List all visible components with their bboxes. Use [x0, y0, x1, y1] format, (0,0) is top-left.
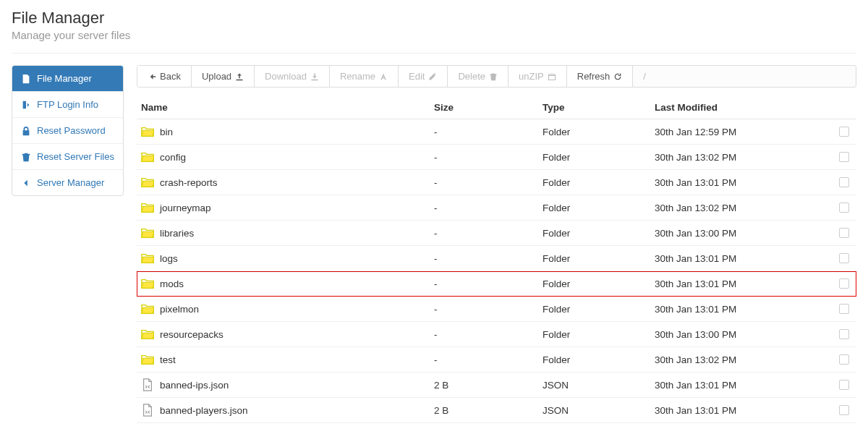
- sidebar-item-reset-server-files[interactable]: Reset Server Files: [12, 144, 123, 170]
- th-type: Type: [538, 96, 650, 119]
- table-row[interactable]: test-Folder30th Jan 13:02 PM: [137, 347, 856, 373]
- edit-button[interactable]: Edit: [399, 66, 448, 87]
- delete-button[interactable]: Delete: [448, 66, 509, 87]
- file-type: Folder: [538, 347, 650, 373]
- file-name: banned-ips.json: [160, 380, 229, 391]
- sidebar-item-ftp-login-info[interactable]: FTP Login Info: [12, 92, 123, 118]
- file-modified: 30th Jan 12:59 PM: [650, 119, 835, 145]
- breadcrumb: /: [633, 66, 656, 87]
- file-table: Name Size Type Last Modified bin-Folder3…: [137, 96, 856, 423]
- file-type: Folder: [538, 119, 650, 145]
- select-checkbox[interactable]: [839, 253, 849, 263]
- table-row[interactable]: bin-Folder30th Jan 12:59 PM: [137, 119, 856, 145]
- lock-icon: [21, 126, 31, 136]
- table-row[interactable]: journeymap-Folder30th Jan 13:02 PM: [137, 195, 856, 221]
- select-checkbox[interactable]: [839, 177, 849, 187]
- table-row[interactable]: config-Folder30th Jan 13:02 PM: [137, 145, 856, 170]
- sidebar-item-file-manager[interactable]: File Manager: [12, 66, 123, 92]
- sidebar-item-label: Reset Server Files: [37, 151, 114, 162]
- sidebar-item-label: Reset Password: [37, 125, 106, 136]
- refresh-icon: [613, 72, 622, 81]
- file-modified: 30th Jan 13:02 PM: [650, 145, 835, 170]
- table-row[interactable]: mods-Folder30th Jan 13:01 PM: [137, 271, 856, 297]
- folder-icon: [141, 302, 154, 315]
- table-row[interactable]: banned-players.json2 BJSON30th Jan 13:01…: [137, 398, 856, 423]
- file-name: journeymap: [160, 203, 211, 213]
- sidebar-item-label: FTP Login Info: [37, 99, 98, 110]
- th-size: Size: [430, 96, 538, 119]
- folder-icon: [141, 328, 154, 341]
- file-modified: 30th Jan 13:00 PM: [650, 221, 835, 246]
- table-row[interactable]: pixelmon-Folder30th Jan 13:01 PM: [137, 297, 856, 322]
- table-row[interactable]: banned-ips.json2 BJSON30th Jan 13:01 PM: [137, 373, 856, 398]
- refresh-button[interactable]: Refresh: [567, 66, 634, 87]
- upload-button[interactable]: Upload: [192, 66, 255, 87]
- folder-icon: [141, 201, 154, 214]
- file-size: -: [430, 195, 538, 221]
- file-icon: [21, 74, 31, 84]
- file-name: banned-players.json: [160, 405, 248, 416]
- select-checkbox[interactable]: [839, 354, 849, 365]
- file-modified: 30th Jan 13:02 PM: [650, 347, 835, 373]
- file-size: 2 B: [430, 373, 538, 398]
- sidebar: File ManagerFTP Login InfoReset Password…: [12, 65, 124, 423]
- sidebar-item-label: File Manager: [37, 73, 92, 84]
- delete-label: Delete: [458, 71, 485, 82]
- file-type: Folder: [538, 271, 650, 297]
- file-size: 2 B: [430, 398, 538, 423]
- page-title: File Manager: [12, 9, 856, 27]
- file-name: resourcepacks: [160, 329, 224, 340]
- table-row[interactable]: resourcepacks-Folder30th Jan 13:00 PM: [137, 322, 856, 347]
- file-size: -: [430, 271, 538, 297]
- file-name: test: [160, 354, 176, 365]
- arrow-left-icon: [148, 72, 156, 81]
- file-size: -: [430, 221, 538, 246]
- sidebar-item-reset-password[interactable]: Reset Password: [12, 118, 123, 144]
- select-checkbox[interactable]: [839, 228, 849, 238]
- code-file-icon: [141, 378, 154, 391]
- folder-icon: [141, 176, 154, 189]
- chevron-left-icon: [21, 178, 31, 188]
- select-checkbox[interactable]: [839, 304, 849, 314]
- file-name: bin: [160, 127, 173, 137]
- select-checkbox[interactable]: [839, 203, 849, 213]
- select-checkbox[interactable]: [839, 127, 849, 137]
- unzip-button[interactable]: unZIP: [509, 66, 567, 87]
- file-type: Folder: [538, 170, 650, 195]
- folder-icon: [141, 353, 154, 366]
- table-row[interactable]: logs-Folder30th Jan 13:01 PM: [137, 246, 856, 271]
- select-checkbox[interactable]: [839, 278, 849, 289]
- rename-label: Rename: [340, 71, 375, 82]
- back-button[interactable]: Back: [137, 66, 192, 87]
- file-type: Folder: [538, 297, 650, 322]
- file-modified: 30th Jan 13:01 PM: [650, 246, 835, 271]
- file-size: -: [430, 297, 538, 322]
- download-button[interactable]: Download: [255, 66, 330, 87]
- select-checkbox[interactable]: [839, 329, 849, 339]
- file-name: libraries: [160, 228, 194, 239]
- page-subtitle: Manage your server files: [12, 29, 856, 41]
- file-name: config: [160, 152, 186, 163]
- file-size: -: [430, 322, 538, 347]
- file-modified: 30th Jan 13:02 PM: [650, 195, 835, 221]
- file-modified: 30th Jan 13:00 PM: [650, 322, 835, 347]
- rename-button[interactable]: Rename: [330, 66, 399, 87]
- select-checkbox[interactable]: [839, 152, 849, 162]
- table-row[interactable]: crash-reports-Folder30th Jan 13:01 PM: [137, 170, 856, 195]
- trash-icon: [489, 72, 498, 81]
- login-icon: [21, 100, 31, 110]
- sidebar-item-server-manager[interactable]: Server Manager: [12, 170, 123, 195]
- file-size: -: [430, 246, 538, 271]
- upload-icon: [235, 72, 244, 81]
- upload-label: Upload: [202, 71, 231, 82]
- th-name: Name: [137, 96, 430, 119]
- select-checkbox[interactable]: [839, 380, 849, 390]
- file-name: crash-reports: [160, 177, 218, 188]
- text-icon: [379, 72, 388, 81]
- sidebar-item-label: Server Manager: [37, 177, 104, 188]
- table-row[interactable]: libraries-Folder30th Jan 13:00 PM: [137, 221, 856, 246]
- file-type: Folder: [538, 145, 650, 170]
- select-checkbox[interactable]: [839, 405, 849, 415]
- back-label: Back: [160, 71, 181, 82]
- pencil-icon: [428, 72, 437, 81]
